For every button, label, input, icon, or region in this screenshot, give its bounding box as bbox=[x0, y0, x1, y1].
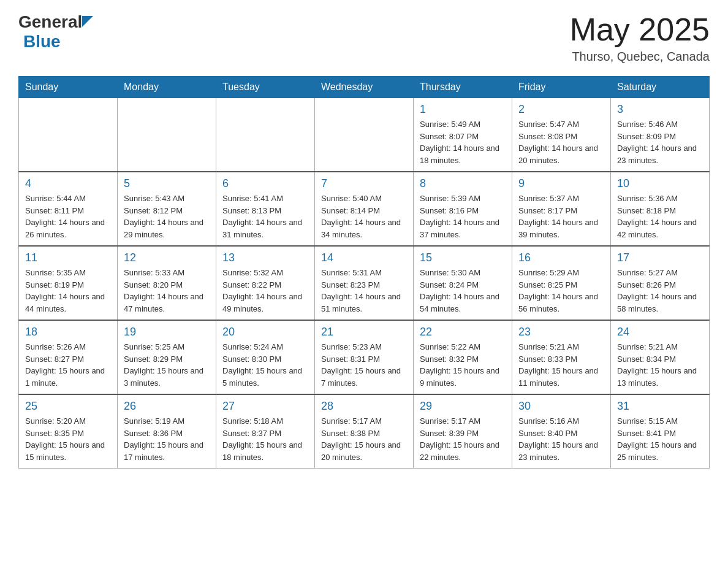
calendar-cell: 22Sunrise: 5:22 AM Sunset: 8:32 PM Dayli… bbox=[414, 320, 512, 394]
weekday-header-saturday: Saturday bbox=[611, 77, 710, 98]
day-info: Sunrise: 5:43 AM Sunset: 8:12 PM Dayligh… bbox=[124, 193, 210, 240]
day-number: 28 bbox=[321, 400, 407, 413]
day-number: 12 bbox=[124, 251, 210, 264]
weekday-header-thursday: Thursday bbox=[414, 77, 512, 98]
calendar-cell: 14Sunrise: 5:31 AM Sunset: 8:23 PM Dayli… bbox=[315, 246, 414, 320]
day-number: 7 bbox=[321, 177, 407, 190]
day-info: Sunrise: 5:29 AM Sunset: 8:25 PM Dayligh… bbox=[518, 267, 604, 315]
day-info: Sunrise: 5:32 AM Sunset: 8:22 PM Dayligh… bbox=[222, 267, 308, 315]
weekday-header-sunday: Sunday bbox=[19, 77, 118, 98]
day-info: Sunrise: 5:41 AM Sunset: 8:13 PM Dayligh… bbox=[222, 193, 308, 240]
calendar-cell: 2Sunrise: 5:47 AM Sunset: 8:08 PM Daylig… bbox=[512, 98, 611, 172]
calendar-cell bbox=[19, 98, 118, 172]
calendar-cell: 23Sunrise: 5:21 AM Sunset: 8:33 PM Dayli… bbox=[512, 320, 611, 394]
calendar-cell: 12Sunrise: 5:33 AM Sunset: 8:20 PM Dayli… bbox=[118, 246, 216, 320]
calendar-cell: 21Sunrise: 5:23 AM Sunset: 8:31 PM Dayli… bbox=[315, 320, 414, 394]
calendar-cell: 15Sunrise: 5:30 AM Sunset: 8:24 PM Dayli… bbox=[414, 246, 512, 320]
day-number: 6 bbox=[222, 177, 308, 190]
calendar-cell: 24Sunrise: 5:21 AM Sunset: 8:34 PM Dayli… bbox=[611, 320, 710, 394]
day-number: 17 bbox=[617, 251, 703, 264]
calendar-header-row: SundayMondayTuesdayWednesdayThursdayFrid… bbox=[19, 77, 710, 98]
calendar-table: SundayMondayTuesdayWednesdayThursdayFrid… bbox=[18, 76, 710, 469]
day-number: 11 bbox=[25, 251, 111, 264]
day-number: 10 bbox=[617, 177, 703, 190]
day-number: 9 bbox=[518, 177, 604, 190]
day-info: Sunrise: 5:26 AM Sunset: 8:27 PM Dayligh… bbox=[25, 341, 111, 389]
day-number: 20 bbox=[222, 326, 308, 339]
calendar-cell: 31Sunrise: 5:15 AM Sunset: 8:41 PM Dayli… bbox=[611, 394, 710, 469]
calendar-cell: 8Sunrise: 5:39 AM Sunset: 8:16 PM Daylig… bbox=[414, 172, 512, 246]
day-info: Sunrise: 5:47 AM Sunset: 8:08 PM Dayligh… bbox=[518, 118, 604, 166]
logo: General Blue bbox=[18, 12, 93, 52]
day-info: Sunrise: 5:44 AM Sunset: 8:11 PM Dayligh… bbox=[25, 193, 111, 240]
calendar-week-row: 25Sunrise: 5:20 AM Sunset: 8:35 PM Dayli… bbox=[19, 394, 710, 469]
calendar-cell: 11Sunrise: 5:35 AM Sunset: 8:19 PM Dayli… bbox=[19, 246, 118, 320]
calendar-cell: 10Sunrise: 5:36 AM Sunset: 8:18 PM Dayli… bbox=[611, 172, 710, 246]
day-number: 8 bbox=[420, 177, 506, 190]
day-number: 15 bbox=[420, 251, 506, 264]
day-info: Sunrise: 5:30 AM Sunset: 8:24 PM Dayligh… bbox=[420, 267, 506, 315]
day-info: Sunrise: 5:16 AM Sunset: 8:40 PM Dayligh… bbox=[518, 415, 604, 463]
month-title: May 2025 bbox=[570, 12, 710, 47]
day-info: Sunrise: 5:18 AM Sunset: 8:37 PM Dayligh… bbox=[222, 415, 308, 463]
calendar-cell: 13Sunrise: 5:32 AM Sunset: 8:22 PM Dayli… bbox=[216, 246, 315, 320]
calendar-cell: 20Sunrise: 5:24 AM Sunset: 8:30 PM Dayli… bbox=[216, 320, 315, 394]
day-info: Sunrise: 5:35 AM Sunset: 8:19 PM Dayligh… bbox=[25, 267, 111, 315]
day-number: 31 bbox=[617, 400, 703, 413]
calendar-cell: 7Sunrise: 5:40 AM Sunset: 8:14 PM Daylig… bbox=[315, 172, 414, 246]
day-info: Sunrise: 5:25 AM Sunset: 8:29 PM Dayligh… bbox=[124, 341, 210, 389]
svg-marker-0 bbox=[82, 16, 93, 27]
page-header: General Blue May 2025 Thurso, Quebec, Ca… bbox=[18, 12, 710, 64]
day-number: 22 bbox=[420, 326, 506, 339]
day-info: Sunrise: 5:17 AM Sunset: 8:38 PM Dayligh… bbox=[321, 415, 407, 463]
calendar-week-row: 4Sunrise: 5:44 AM Sunset: 8:11 PM Daylig… bbox=[19, 172, 710, 246]
location-text: Thurso, Quebec, Canada bbox=[570, 50, 710, 64]
day-number: 14 bbox=[321, 251, 407, 264]
logo-general-text: General bbox=[18, 12, 82, 32]
day-info: Sunrise: 5:21 AM Sunset: 8:33 PM Dayligh… bbox=[518, 341, 604, 389]
calendar-cell: 28Sunrise: 5:17 AM Sunset: 8:38 PM Dayli… bbox=[315, 394, 414, 469]
calendar-cell: 26Sunrise: 5:19 AM Sunset: 8:36 PM Dayli… bbox=[118, 394, 216, 469]
day-info: Sunrise: 5:20 AM Sunset: 8:35 PM Dayligh… bbox=[25, 415, 111, 463]
logo-blue-text: Blue bbox=[23, 32, 61, 51]
day-number: 1 bbox=[420, 103, 506, 116]
day-info: Sunrise: 5:49 AM Sunset: 8:07 PM Dayligh… bbox=[420, 118, 506, 166]
day-info: Sunrise: 5:27 AM Sunset: 8:26 PM Dayligh… bbox=[617, 267, 703, 315]
day-number: 18 bbox=[25, 326, 111, 339]
calendar-cell: 25Sunrise: 5:20 AM Sunset: 8:35 PM Dayli… bbox=[19, 394, 118, 469]
day-info: Sunrise: 5:33 AM Sunset: 8:20 PM Dayligh… bbox=[124, 267, 210, 315]
day-number: 29 bbox=[420, 400, 506, 413]
day-info: Sunrise: 5:31 AM Sunset: 8:23 PM Dayligh… bbox=[321, 267, 407, 315]
day-info: Sunrise: 5:17 AM Sunset: 8:39 PM Dayligh… bbox=[420, 415, 506, 463]
day-info: Sunrise: 5:37 AM Sunset: 8:17 PM Dayligh… bbox=[518, 193, 604, 240]
day-number: 4 bbox=[25, 177, 111, 190]
day-number: 27 bbox=[222, 400, 308, 413]
weekday-header-wednesday: Wednesday bbox=[315, 77, 414, 98]
day-number: 5 bbox=[124, 177, 210, 190]
day-info: Sunrise: 5:19 AM Sunset: 8:36 PM Dayligh… bbox=[124, 415, 210, 463]
calendar-cell: 4Sunrise: 5:44 AM Sunset: 8:11 PM Daylig… bbox=[19, 172, 118, 246]
day-info: Sunrise: 5:39 AM Sunset: 8:16 PM Dayligh… bbox=[420, 193, 506, 240]
day-info: Sunrise: 5:15 AM Sunset: 8:41 PM Dayligh… bbox=[617, 415, 703, 463]
calendar-cell: 16Sunrise: 5:29 AM Sunset: 8:25 PM Dayli… bbox=[512, 246, 611, 320]
calendar-cell: 29Sunrise: 5:17 AM Sunset: 8:39 PM Dayli… bbox=[414, 394, 512, 469]
calendar-week-row: 11Sunrise: 5:35 AM Sunset: 8:19 PM Dayli… bbox=[19, 246, 710, 320]
day-info: Sunrise: 5:46 AM Sunset: 8:09 PM Dayligh… bbox=[617, 118, 703, 166]
day-info: Sunrise: 5:40 AM Sunset: 8:14 PM Dayligh… bbox=[321, 193, 407, 240]
weekday-header-friday: Friday bbox=[512, 77, 611, 98]
day-number: 3 bbox=[617, 103, 703, 116]
day-number: 23 bbox=[518, 326, 604, 339]
calendar-cell bbox=[216, 98, 315, 172]
day-info: Sunrise: 5:21 AM Sunset: 8:34 PM Dayligh… bbox=[617, 341, 703, 389]
calendar-cell: 27Sunrise: 5:18 AM Sunset: 8:37 PM Dayli… bbox=[216, 394, 315, 469]
day-number: 24 bbox=[617, 326, 703, 339]
day-number: 21 bbox=[321, 326, 407, 339]
calendar-cell bbox=[315, 98, 414, 172]
calendar-cell: 3Sunrise: 5:46 AM Sunset: 8:09 PM Daylig… bbox=[611, 98, 710, 172]
day-info: Sunrise: 5:24 AM Sunset: 8:30 PM Dayligh… bbox=[222, 341, 308, 389]
day-number: 19 bbox=[124, 326, 210, 339]
calendar-cell: 6Sunrise: 5:41 AM Sunset: 8:13 PM Daylig… bbox=[216, 172, 315, 246]
calendar-cell: 9Sunrise: 5:37 AM Sunset: 8:17 PM Daylig… bbox=[512, 172, 611, 246]
day-number: 30 bbox=[518, 400, 604, 413]
day-number: 2 bbox=[518, 103, 604, 116]
